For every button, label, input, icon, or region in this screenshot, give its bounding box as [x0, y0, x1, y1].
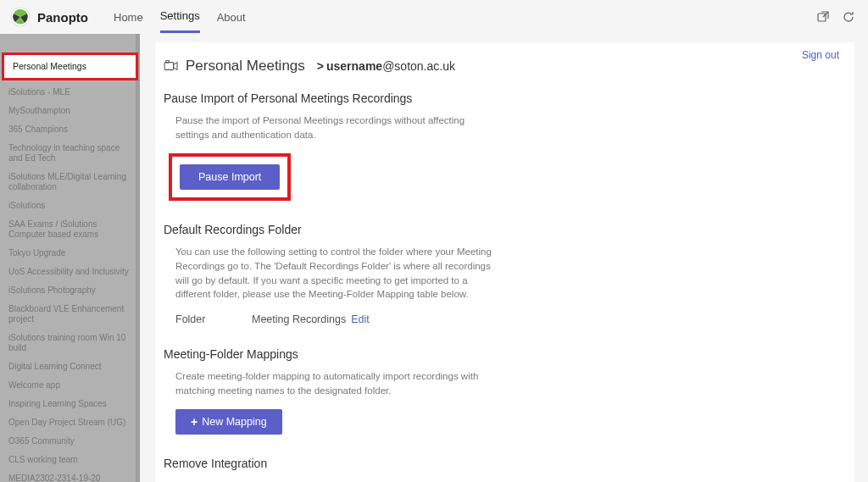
section-heading: Remove Integration [164, 457, 672, 470]
username-domain: @soton.ac.uk [382, 59, 455, 73]
section-desc: You can use the following setting to con… [175, 245, 498, 302]
panopto-logo-icon [10, 7, 31, 27]
breadcrumb-user: >username@soton.ac.uk [317, 59, 455, 73]
svg-rect-1 [818, 14, 826, 21]
folder-row: Folder Meeting Recordings Edit [175, 313, 672, 325]
svg-rect-3 [166, 60, 170, 63]
section-desc: Pause the import of Personal Meetings re… [175, 114, 498, 141]
sidebar: Personal Meetings iSolutions - MLE MySou… [0, 34, 140, 482]
chevron-right-icon: > [317, 59, 324, 73]
plus-icon: + [191, 416, 198, 428]
username-bold: username [326, 59, 382, 73]
popout-icon[interactable] [816, 10, 830, 24]
section-heading: Meeting-Folder Mappings [164, 347, 672, 361]
sign-out-link[interactable]: Sign out [802, 49, 839, 61]
body: Personal Meetings iSolutions - MLE MySou… [0, 34, 868, 482]
svg-rect-2 [164, 63, 174, 70]
app-name: Panopto [37, 10, 88, 25]
page-title: Personal Meetings [186, 58, 305, 75]
meetings-icon [164, 60, 179, 72]
sidebar-item-personal-meetings[interactable]: Personal Meetings [2, 53, 138, 80]
app-header: Panopto Home Settings About [0, 0, 868, 34]
content-scroll[interactable]: Pause Import of Personal Meetings Record… [155, 85, 854, 480]
section-heading: Pause Import of Personal Meetings Record… [164, 91, 672, 105]
nav-settings[interactable]: Settings [160, 1, 200, 33]
highlight-box: Pause Import [169, 153, 291, 201]
folder-value: Meeting Recordings [252, 313, 346, 325]
nav-about[interactable]: About [217, 3, 246, 32]
sidebar-dim-overlay [0, 34, 140, 482]
section-pause-import: Pause Import of Personal Meetings Record… [164, 85, 672, 216]
edit-folder-link[interactable]: Edit [351, 313, 370, 325]
nav-home[interactable]: Home [114, 3, 143, 32]
section-heading: Default Recordings Folder [164, 223, 672, 236]
pause-import-button[interactable]: Pause Import [180, 164, 280, 190]
folder-label: Folder [175, 313, 252, 325]
new-mapping-button[interactable]: + New Mapping [175, 409, 282, 435]
section-default-folder: Default Recordings Folder You can use th… [164, 216, 672, 341]
section-remove-integration: Remove Integration Once this integration… [164, 450, 672, 480]
new-mapping-label: New Mapping [202, 416, 266, 428]
page-title-row: Personal Meetings >username@soton.ac.uk [155, 42, 854, 85]
refresh-icon[interactable] [842, 10, 855, 24]
section-desc: Once this integration is removed, all yo… [175, 479, 498, 480]
main-panel: Sign out Personal Meetings >username@sot… [155, 42, 854, 482]
section-mappings: Meeting-Folder Mappings Create meeting-f… [164, 341, 672, 450]
section-desc: Create meeting-folder mapping to automat… [175, 369, 498, 397]
